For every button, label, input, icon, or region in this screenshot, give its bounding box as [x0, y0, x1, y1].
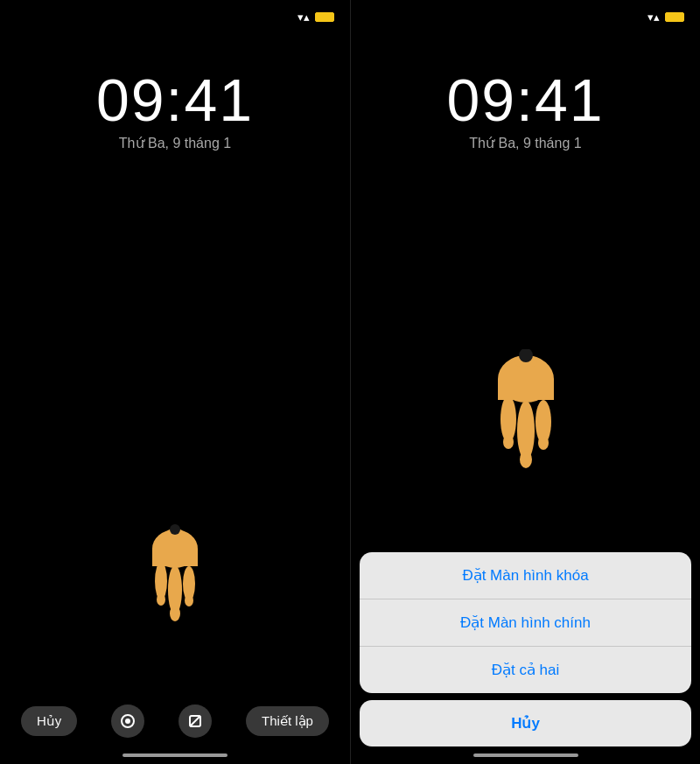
bottom-toolbar: Hủy Thiết lập [0, 704, 350, 738]
svg-point-7 [185, 594, 193, 606]
slash-icon-button[interactable] [178, 704, 212, 738]
battery-icon-left [315, 12, 334, 22]
svg-point-21 [538, 436, 549, 450]
status-bar-right: ▾▴ [648, 11, 684, 24]
date-right: Thứ Ba, 9 tháng 1 [351, 135, 700, 151]
svg-point-20 [520, 451, 532, 468]
time-display-right: 09:41 Thứ Ba, 9 tháng 1 [351, 70, 700, 151]
cancel-button-left[interactable]: Hủy [21, 706, 77, 736]
svg-point-5 [157, 593, 165, 606]
time-left: 09:41 [0, 70, 350, 130]
date-left: Thứ Ba, 9 tháng 1 [0, 135, 350, 151]
svg-point-9 [170, 524, 180, 535]
svg-line-13 [190, 716, 200, 726]
wifi-icon-right: ▾▴ [648, 11, 660, 24]
cancel-button-right[interactable]: Hủy [360, 700, 691, 746]
svg-point-6 [170, 606, 180, 621]
circle-icon-button[interactable] [111, 704, 144, 738]
home-indicator-right [473, 753, 578, 757]
right-phone-screen: ▾▴ 09:41 Thứ Ba, 9 tháng 1 Đặt Màn hìn [350, 0, 700, 764]
action-sheet-cancel-container: Hủy [360, 700, 691, 746]
action-sheet: Đặt Màn hình khóa Đặt Màn hình chính Đặt… [351, 552, 700, 764]
home-indicator-left [122, 753, 228, 757]
status-bar-left: ▾▴ [298, 11, 334, 24]
action-sheet-main: Đặt Màn hình khóa Đặt Màn hình chính Đặt… [360, 552, 691, 693]
svg-point-11 [125, 718, 130, 724]
battery-icon-right [665, 12, 684, 22]
wallpaper-art-left [140, 524, 210, 641]
setup-button[interactable]: Thiết lập [246, 706, 329, 736]
svg-point-19 [503, 435, 514, 449]
time-right: 09:41 [351, 70, 700, 130]
set-home-screen-button[interactable]: Đặt Màn hình chính [360, 599, 691, 647]
wifi-icon-left: ▾▴ [298, 11, 310, 24]
time-display-left: 09:41 Thứ Ba, 9 tháng 1 [0, 70, 350, 151]
set-both-button[interactable]: Đặt cả hai [360, 647, 691, 693]
set-lock-screen-button[interactable]: Đặt Màn hình khóa [360, 552, 691, 599]
left-phone-screen: ▾▴ 09:41 Thứ Ba, 9 tháng 1 Hủy [0, 0, 350, 764]
wallpaper-art-right [482, 349, 570, 493]
